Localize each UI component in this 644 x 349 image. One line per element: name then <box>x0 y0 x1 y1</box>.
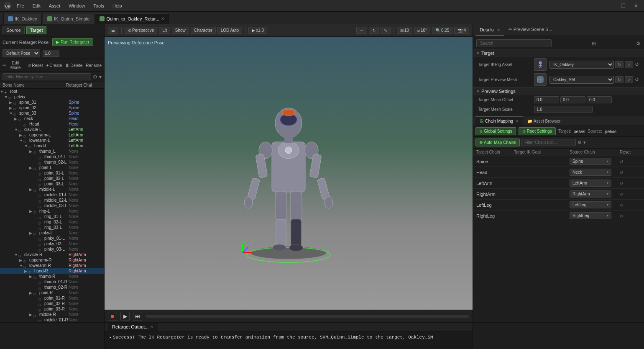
settings-icon[interactable]: ⚙ <box>636 41 641 46</box>
list-item[interactable]: ▶ ring-L None <box>0 208 104 214</box>
tree-arrow[interactable]: ▼ <box>14 253 18 257</box>
filter-expand-btn[interactable]: ▾ <box>99 74 102 80</box>
tab-ik-oakley[interactable]: IK_Oakkey <box>3 13 42 24</box>
chain-source-leftarm-btn[interactable]: LeftArm ▾ <box>570 180 611 187</box>
list-item[interactable]: ring_01-L None <box>0 214 104 219</box>
tab-close-quinn-oakley[interactable]: ✕ <box>161 16 164 21</box>
target-mesh-select[interactable]: Oakley_SM <box>549 76 614 84</box>
character-btn[interactable]: Character <box>191 27 216 34</box>
layout-icon[interactable]: ⊞ <box>592 41 596 46</box>
list-item[interactable]: ▼ spine_03 Spine <box>0 110 104 116</box>
list-item[interactable]: ring_03-L None <box>0 225 104 230</box>
target-tab[interactable]: Target <box>26 26 47 34</box>
target-ikrig-link-icon[interactable]: ↗ <box>625 61 633 68</box>
tree-arrow[interactable]: ▶ <box>29 231 33 235</box>
chain-filter-input[interactable] <box>521 139 576 146</box>
target-mesh-action-icon[interactable]: ↻ <box>615 76 624 83</box>
menu-asset[interactable]: Asset <box>47 3 62 9</box>
menu-file[interactable]: File <box>15 3 26 9</box>
chain-row-rightleg[interactable]: RightLeg RightLeg ▾ ↺ <box>473 210 644 221</box>
details-search-input[interactable] <box>476 39 552 47</box>
chain-source-spine-btn[interactable]: Spine ▾ <box>570 158 611 165</box>
chain-source-rightarm-btn[interactable]: RightArm ▾ <box>570 190 611 198</box>
reset-btn[interactable]: ↺ Reset <box>28 63 43 68</box>
menu-help[interactable]: Help <box>111 3 124 9</box>
details-tab[interactable]: Details ✕ <box>475 25 504 36</box>
offset-x-input[interactable] <box>534 96 559 103</box>
list-item[interactable]: thumb_02-L None <box>0 159 104 165</box>
list-item[interactable]: ▶ middle-R None <box>0 312 104 317</box>
chain-row-leftarm[interactable]: LeftArm LeftArm ▾ ↺ <box>473 178 644 189</box>
list-item[interactable]: ▼ lowerarm-R RightArm <box>0 263 104 268</box>
list-item[interactable]: ▶ upperarm-L LeftArm <box>0 132 104 138</box>
chain-reset-leftarm-btn[interactable]: ↺ <box>620 181 623 186</box>
tree-arrow[interactable]: ▶ <box>24 269 28 273</box>
list-item[interactable]: point_01-R None <box>0 295 104 301</box>
list-item[interactable]: Head Head <box>0 121 104 127</box>
chain-reset-leftleg-btn[interactable]: ↺ <box>620 203 623 208</box>
tree-arrow[interactable]: ▼ <box>0 90 4 94</box>
tree-arrow[interactable]: ▶ <box>14 117 18 121</box>
timeline[interactable] <box>146 315 469 318</box>
tree-arrow[interactable]: ▶ <box>19 258 23 262</box>
list-item[interactable]: point_02-L None <box>0 176 104 181</box>
lit-btn[interactable]: Lit <box>159 27 170 34</box>
list-item[interactable]: ▼ clavicle-R RightArm <box>0 252 104 257</box>
delete-btn[interactable]: 🗑 Delete <box>65 63 82 68</box>
menu-edit[interactable]: Edit <box>31 3 42 9</box>
list-item[interactable]: ▶ pinky-L None <box>0 230 104 236</box>
tab-ik-quinn[interactable]: IK_Quinn_Simple <box>43 13 95 24</box>
list-item[interactable]: ▼ root <box>0 89 104 94</box>
maximize-btn[interactable]: ❐ <box>618 2 628 10</box>
global-settings-btn[interactable]: ⊕ Global Settings <box>475 127 516 135</box>
tree-arrow[interactable]: ▶ <box>29 275 33 279</box>
tab-quinn-oakley[interactable]: Quinn_to_Oakley_Retar... ✕ <box>95 13 169 24</box>
camera-btn[interactable]: 📷 4 <box>454 27 469 34</box>
target-ikrig-select[interactable]: IK_Oakkey <box>549 61 614 69</box>
list-item[interactable]: ▼ hand-L LeftArm <box>0 143 104 149</box>
tree-arrow[interactable]: ▶ <box>9 106 13 110</box>
source-tab[interactable]: Source <box>3 26 25 34</box>
list-item[interactable]: pinky_01-L None <box>0 236 104 241</box>
run-retargeter-btn[interactable]: ▶ Run Retargeter <box>52 38 93 46</box>
chain-filter-settings-btn[interactable]: ⚙ <box>578 140 582 145</box>
menu-window[interactable]: Window <box>67 3 87 9</box>
create-btn[interactable]: + Create <box>46 63 62 68</box>
list-item[interactable]: ▼ pelvis <box>0 94 104 100</box>
chain-reset-rightarm-btn[interactable]: ↺ <box>620 192 623 197</box>
tree-arrow[interactable]: ▼ <box>14 128 18 132</box>
vp-menu-btn[interactable]: ☰ <box>108 27 118 34</box>
preview-scene-tab[interactable]: ✏ Preview Scene S... <box>504 24 557 36</box>
list-item[interactable]: ▶ upperarm-R RightArm <box>0 257 104 263</box>
list-item[interactable]: ▶ thumb_L None <box>0 149 104 154</box>
list-item[interactable]: pinky_03-L None <box>0 246 104 252</box>
preview-settings-header[interactable]: ▼ Preview Settings <box>473 87 644 95</box>
tree-arrow[interactable]: ▼ <box>24 144 28 148</box>
rename-btn[interactable]: Rename <box>86 63 102 68</box>
list-item[interactable]: middle_03-L None <box>0 203 104 208</box>
chain-reset-head-btn[interactable]: ↺ <box>620 170 623 175</box>
tree-arrow[interactable]: ▶ <box>29 187 33 192</box>
list-item[interactable]: thumb_01-L None <box>0 154 104 159</box>
tree-arrow[interactable]: ▶ <box>29 149 33 154</box>
list-item[interactable]: ▶ middle-L None <box>0 187 104 192</box>
list-item[interactable]: thumb_02-R None <box>0 285 104 290</box>
tree-arrow[interactable]: ▶ <box>29 291 33 295</box>
filter-settings-btn[interactable]: ⚙ <box>93 74 97 80</box>
tree-arrow[interactable]: ▶ <box>29 209 33 213</box>
minimize-btn[interactable]: — <box>605 2 615 10</box>
record-btn[interactable]: ⏺ <box>108 312 117 321</box>
details-tab-close[interactable]: ✕ <box>497 28 500 32</box>
offset-z-input[interactable] <box>587 96 612 103</box>
filter-input[interactable] <box>3 73 91 80</box>
list-item[interactable]: ▶ hand-R RightArm <box>0 268 104 274</box>
close-btn[interactable]: ✕ <box>631 2 641 10</box>
tree-arrow[interactable]: ▼ <box>19 139 23 143</box>
angle-btn[interactable]: ⌀ 10° <box>414 27 430 34</box>
default-pose-select[interactable]: Default Pose <box>3 49 40 57</box>
chain-mapping-tab[interactable]: ⛓ Chain Mapping ✕ <box>475 116 523 126</box>
chain-reset-rightleg-btn[interactable]: ↺ <box>620 214 623 218</box>
list-item[interactable]: middle_01-R None <box>0 317 104 322</box>
chain-row-leftleg[interactable]: LeftLeg LeftLeg ▾ ↺ <box>473 200 644 210</box>
target-ikrig-action-icon[interactable]: ↻ <box>615 61 624 68</box>
